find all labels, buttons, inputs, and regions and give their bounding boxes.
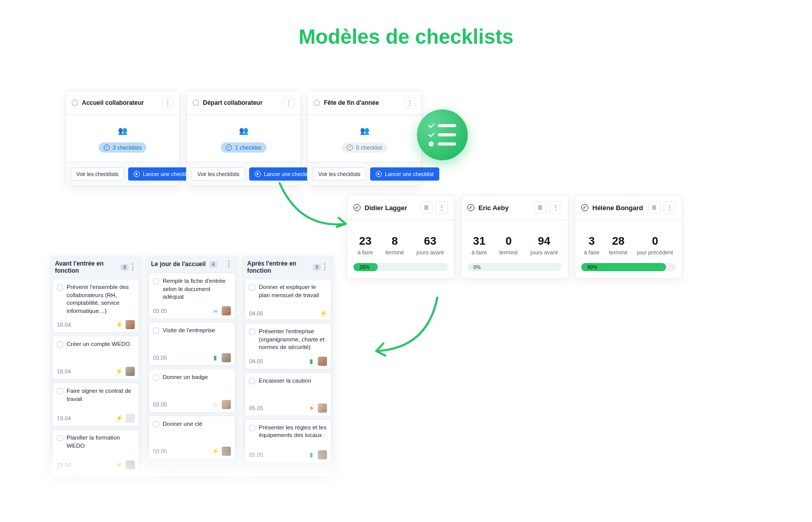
task-checkbox[interactable] [153,278,159,284]
task-checkbox[interactable] [249,329,255,335]
launch-checklist-button[interactable]: Lancer une checklist [370,167,439,181]
assignee-avatar[interactable] [126,320,135,329]
assignee-avatar[interactable] [222,447,231,456]
stat-number: 28 [609,235,628,248]
column-title: Après l'entrée en fonction [247,260,309,274]
assignee-avatar[interactable] [126,460,135,470]
flag-icon: ▮ [212,354,219,361]
kanban-column: Avant l'entrée en fonction 8 ⋮ Prévenir … [50,255,142,476]
column-more-button[interactable]: ⋮ [129,263,137,271]
template-title: Fête de fin d'année [324,99,379,106]
document-button[interactable]: 🗎 [420,201,433,214]
assignee-avatar[interactable] [318,403,327,413]
task-title: Donner un badge [163,373,208,382]
task-card[interactable]: Présenter l'entreprise (organigramme, ch… [245,323,332,369]
assignee-avatar[interactable] [126,367,135,376]
task-card[interactable]: Encaisser la caution 05.05 ➤ [245,372,332,416]
task-checkbox[interactable] [249,284,255,291]
task-title: Donner et expliquer le plan mensuel de t… [259,283,327,299]
template-more-button[interactable]: ⋮ [283,97,294,108]
task-checkbox[interactable] [57,388,63,394]
card-more-button[interactable]: ⋮ [436,201,448,214]
stat-label: terminé [499,249,518,256]
assignee-avatar[interactable] [222,306,231,315]
check-circle-icon [347,144,353,151]
stat-number: 94 [530,235,558,248]
assignee-avatar[interactable] [222,353,231,362]
assignee-avatar[interactable] [222,400,231,409]
task-checkbox[interactable] [57,341,63,347]
stat-label: à faire [471,249,487,256]
checklist-count-chip[interactable]: 3 checklists [99,142,147,153]
bolt-icon: ⚡ [116,322,123,328]
bolt-icon: ⚡ [116,368,123,375]
team-icon: 👥 [118,126,128,135]
checklist-count-chip[interactable]: 0 checklist [342,142,387,153]
column-more-button[interactable]: ⋮ [321,263,329,271]
team-icon: 👥 [239,126,249,135]
task-checkbox[interactable] [153,328,159,334]
task-card[interactable]: Remplir la fiche d'entrée selon le docum… [148,273,235,319]
column-title: Le jour de l'accueil [151,260,206,268]
task-title: Présenter les règles et les équipements … [259,424,327,440]
task-card[interactable]: Présenter les règles et les équipements … [245,419,332,463]
task-card[interactable]: Donner une clé 03.05 ⚡ [148,416,235,459]
task-card[interactable]: Créer un compte WEDO 18.04 ⚡ [52,336,139,380]
task-card[interactable]: Planifier la formation WEDO 23.04 ⚡ [52,429,139,473]
checklist-status-card: Hélène Bongard 🗎 ⋮ 3 à faire 28 terminé … [575,195,682,279]
task-date: 04.05 [249,358,263,364]
card-more-button[interactable]: ⋮ [664,201,676,214]
launch-checklist-label: Lancer une checklist [143,171,192,177]
task-title: Donner une clé [163,420,202,428]
task-card[interactable]: Prévenir l'ensemble des collaborateurs (… [52,279,139,333]
task-date: 19.04 [57,415,71,421]
launch-checklist-label: Lancer une checklist [264,171,313,177]
task-date: 03.05 [153,355,167,361]
assignee-avatar[interactable] [318,357,327,366]
task-checkbox[interactable] [57,435,63,441]
view-checklists-button[interactable]: Voir les checklists [71,167,124,181]
task-date: 03.05 [153,448,167,454]
card-more-button[interactable]: ⋮ [550,201,562,214]
task-checkbox[interactable] [249,378,255,384]
stat-label: jour précédent [637,249,673,256]
assignee-avatar[interactable] [126,414,135,423]
task-card[interactable]: Donner un badge 03.05 ♨ [148,369,235,413]
task-checkbox[interactable] [153,374,159,381]
column-count-badge: 9 [313,264,321,271]
task-checkbox[interactable] [57,284,63,291]
checklist-count-label: 3 checklists [113,144,142,151]
template-card: Départ collaborateur ⋮ 👥 1 checklist Voi… [186,91,301,186]
task-title: Prévenir l'ensemble des collaborateurs (… [67,283,135,315]
stat-number: 63 [416,235,444,248]
task-card[interactable]: Faire signer le contrat de travail 19.04… [52,383,139,426]
template-more-button[interactable]: ⋮ [162,97,173,108]
task-date: 23.04 [57,462,71,468]
task-title: Créer un compte WEDO [67,340,130,349]
assignee-avatar[interactable] [318,450,327,459]
column-more-button[interactable]: ⋮ [225,260,233,268]
document-icon: 🗎 [424,204,430,211]
checklist-person-name: Hélène Bongard [592,204,643,212]
checklist-person-name: Eric Aeby [478,204,509,212]
checklist-count-label: 1 checklist [235,144,261,151]
view-checklists-button[interactable]: Voir les checklists [192,167,245,181]
task-date: 03.05 [153,308,167,314]
stat-label: à faire [357,249,373,256]
template-title: Accueil collaborateur [82,99,144,106]
check-circle-icon [581,204,588,211]
template-more-button[interactable]: ⋮ [404,97,415,108]
task-checkbox[interactable] [249,425,255,431]
task-checkbox[interactable] [153,421,159,427]
document-button[interactable]: 🗎 [534,201,547,214]
progress-bar: 0% [467,263,562,271]
checklist-count-chip[interactable]: 1 checklist [221,142,266,153]
check-circle-icon [467,204,474,211]
document-button[interactable]: 🗎 [648,201,660,214]
check-circle-icon [353,204,360,211]
task-card[interactable]: Donner et expliquer le plan mensuel de t… [245,279,332,320]
task-title: Présenter l'entreprise (organigramme, ch… [259,328,327,352]
view-checklists-button[interactable]: Voir les checklists [313,167,366,181]
stat-label: terminé [609,249,628,256]
task-card[interactable]: Visite de l'entreprise 03.05 ▮ [148,322,235,366]
